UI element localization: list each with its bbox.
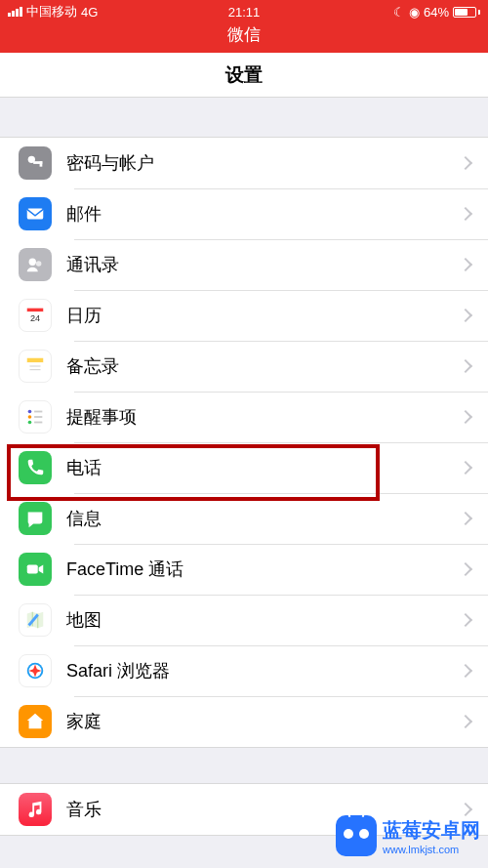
chevron-right-icon <box>459 613 472 627</box>
row-label: 提醒事项 <box>66 405 461 429</box>
row-home[interactable]: 家庭 <box>0 696 488 747</box>
row-notes[interactable]: 备忘录 <box>0 341 488 392</box>
chevron-right-icon <box>459 258 472 271</box>
chevron-right-icon <box>459 309 472 322</box>
chevron-right-icon <box>459 156 472 170</box>
chevron-right-icon <box>459 359 472 373</box>
svg-point-15 <box>28 421 32 425</box>
status-bar: 中国移动 4G 21:11 ☾ ◉ 64% <box>0 0 488 23</box>
chevron-right-icon <box>459 207 472 221</box>
screen: 中国移动 4G 21:11 ☾ ◉ 64% 微信 设置 密码与帐户邮件通讯录24… <box>0 0 488 868</box>
calendar-icon: 24 <box>19 299 52 332</box>
row-label: 日历 <box>66 304 461 327</box>
svg-rect-6 <box>27 309 44 312</box>
svg-point-4 <box>29 259 36 266</box>
chevron-right-icon <box>459 664 472 678</box>
row-label: 电话 <box>66 456 461 479</box>
maps-icon <box>19 603 52 637</box>
key-icon <box>19 146 52 180</box>
svg-point-5 <box>36 261 41 267</box>
row-label: 通讯录 <box>66 253 461 276</box>
chevron-right-icon <box>459 715 472 728</box>
row-label: 地图 <box>66 608 461 632</box>
chevron-right-icon <box>459 512 472 525</box>
row-facetime[interactable]: FaceTime 通话 <box>0 544 488 595</box>
svg-point-14 <box>28 415 32 419</box>
settings-list-container: 密码与帐户邮件通讯录24日历备忘录提醒事项电话信息FaceTime 通话地图Sa… <box>0 137 488 836</box>
row-messages[interactable]: 信息 <box>0 493 488 544</box>
row-calendar[interactable]: 24日历 <box>0 290 488 341</box>
row-label: FaceTime 通话 <box>66 558 461 581</box>
svg-rect-3 <box>27 209 44 220</box>
nav-title: 微信 <box>227 25 261 44</box>
messages-icon <box>19 502 52 535</box>
svg-point-13 <box>28 410 32 414</box>
row-label: Safari 浏览器 <box>66 659 461 682</box>
chevron-right-icon <box>459 410 472 424</box>
mail-icon <box>19 197 52 230</box>
svg-rect-10 <box>27 362 44 374</box>
row-label: 家庭 <box>66 710 461 733</box>
row-label: 信息 <box>66 507 461 530</box>
watermark-title: 蓝莓安卓网 <box>383 817 480 844</box>
watermark-text: 蓝莓安卓网 www.lmkjst.com <box>383 817 480 855</box>
status-time: 21:11 <box>0 5 488 20</box>
contacts-icon <box>19 248 52 281</box>
svg-rect-19 <box>27 564 38 573</box>
battery-icon <box>453 7 480 18</box>
svg-text:24: 24 <box>30 313 40 323</box>
watermark-icon <box>336 815 377 856</box>
home-icon <box>19 705 52 738</box>
reminders-icon <box>19 400 52 434</box>
row-label: 密码与帐户 <box>66 151 461 175</box>
chevron-right-icon <box>459 803 472 816</box>
safari-icon <box>19 654 52 687</box>
row-mail[interactable]: 邮件 <box>0 188 488 239</box>
facetime-icon <box>19 553 52 586</box>
music-icon <box>19 793 52 826</box>
row-safari[interactable]: Safari 浏览器 <box>0 645 488 696</box>
spacer <box>0 98 488 137</box>
row-label: 备忘录 <box>66 354 461 378</box>
settings-group: 密码与帐户邮件通讯录24日历备忘录提醒事项电话信息FaceTime 通话地图Sa… <box>0 137 488 748</box>
phone-icon <box>19 451 52 484</box>
nav-bar: 微信 <box>0 23 488 53</box>
watermark-url: www.lmkjst.com <box>383 844 480 855</box>
row-phone[interactable]: 电话 <box>0 442 488 493</box>
row-passwords[interactable]: 密码与帐户 <box>0 138 488 188</box>
chevron-right-icon <box>459 461 472 475</box>
watermark: 蓝莓安卓网 www.lmkjst.com <box>336 815 480 856</box>
row-maps[interactable]: 地图 <box>0 595 488 645</box>
svg-rect-2 <box>40 161 43 167</box>
chevron-right-icon <box>459 562 472 576</box>
page-title: 设置 <box>0 53 488 98</box>
svg-rect-9 <box>27 358 44 363</box>
row-reminders[interactable]: 提醒事项 <box>0 392 488 442</box>
row-contacts[interactable]: 通讯录 <box>0 239 488 290</box>
row-label: 邮件 <box>66 202 461 226</box>
page-title-label: 设置 <box>225 64 263 85</box>
notes-icon <box>19 350 52 383</box>
